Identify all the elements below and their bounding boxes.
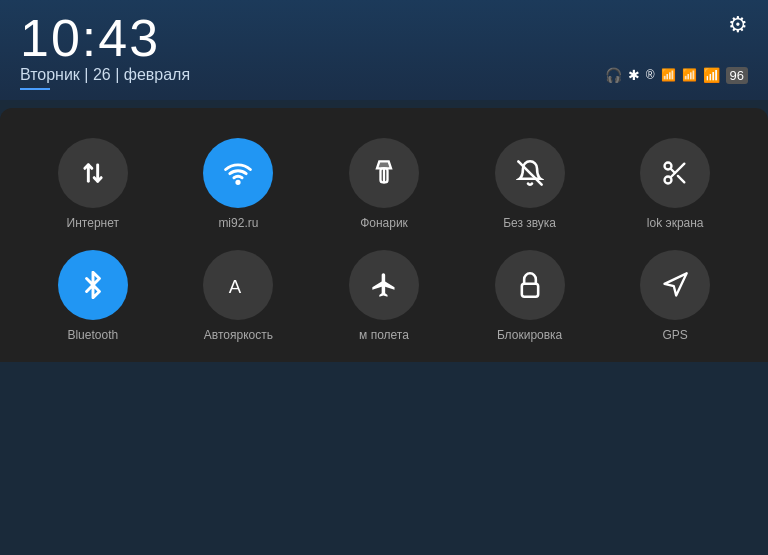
- headphone-icon: 🎧: [605, 67, 622, 83]
- tile-circle-internet: [58, 138, 128, 208]
- registered-icon: ®: [646, 68, 655, 82]
- tile-label-bluetooth: Bluetooth: [67, 328, 118, 342]
- tiles-grid: Интернет mi92.ru Фонарик Без звука lok э…: [20, 138, 748, 342]
- tile-circle-screenshot: [640, 138, 710, 208]
- tile-label-silent: Без звука: [503, 216, 556, 230]
- tile-label-flashlight: Фонарик: [360, 216, 408, 230]
- tile-circle-wifi: [203, 138, 273, 208]
- tile-label-airplane: м полета: [359, 328, 409, 342]
- tile-label-brightness: Автояркость: [204, 328, 273, 342]
- tile-wifi[interactable]: mi92.ru: [166, 138, 312, 230]
- tile-gps[interactable]: GPS: [602, 250, 748, 342]
- signal-icon-2: 📶: [682, 68, 697, 82]
- tile-label-lock: Блокировка: [497, 328, 562, 342]
- tile-screenshot[interactable]: lok экрана: [602, 138, 748, 230]
- tile-internet[interactable]: Интернет: [20, 138, 166, 230]
- tile-label-screenshot: lok экрана: [647, 216, 704, 230]
- battery-icon: 96: [726, 67, 748, 84]
- tile-label-gps: GPS: [663, 328, 688, 342]
- status-bar: ⚙ 10:43 Вторник | 26 | февраля 🎧 ✱ ® 📶 📶…: [0, 0, 768, 100]
- tile-circle-bluetooth: [58, 250, 128, 320]
- tile-bluetooth[interactable]: Bluetooth: [20, 250, 166, 342]
- tile-circle-brightness: A: [203, 250, 273, 320]
- time-display: 10:43: [20, 12, 748, 64]
- tile-circle-silent: [495, 138, 565, 208]
- svg-line-9: [678, 176, 684, 182]
- signal-icon-1: 📶: [661, 68, 676, 82]
- tile-flashlight[interactable]: Фонарик: [311, 138, 457, 230]
- tile-circle-airplane: [349, 250, 419, 320]
- tile-silent[interactable]: Без звука: [457, 138, 603, 230]
- tile-label-wifi: mi92.ru: [218, 216, 258, 230]
- quick-settings-panel: Интернет mi92.ru Фонарик Без звука lok э…: [0, 108, 768, 362]
- tile-circle-lock: [495, 250, 565, 320]
- underline-indicator: [20, 88, 50, 90]
- tile-label-internet: Интернет: [67, 216, 119, 230]
- tile-circle-flashlight: [349, 138, 419, 208]
- tile-airplane[interactable]: м полета: [311, 250, 457, 342]
- tile-circle-gps: [640, 250, 710, 320]
- svg-marker-13: [665, 273, 687, 295]
- gear-button[interactable]: ⚙: [728, 12, 748, 38]
- tile-brightness[interactable]: A Автояркость: [166, 250, 312, 342]
- date-display: Вторник | 26 | февраля: [20, 66, 190, 84]
- bluetooth-status-icon: ✱: [628, 67, 640, 83]
- svg-rect-12: [521, 284, 537, 297]
- status-icons: 🎧 ✱ ® 📶 📶 📶 96: [605, 67, 748, 84]
- svg-point-2: [237, 181, 239, 183]
- svg-text:A: A: [229, 276, 242, 297]
- svg-line-10: [671, 168, 676, 173]
- tile-lock[interactable]: Блокировка: [457, 250, 603, 342]
- wifi-status-icon: 📶: [703, 67, 720, 83]
